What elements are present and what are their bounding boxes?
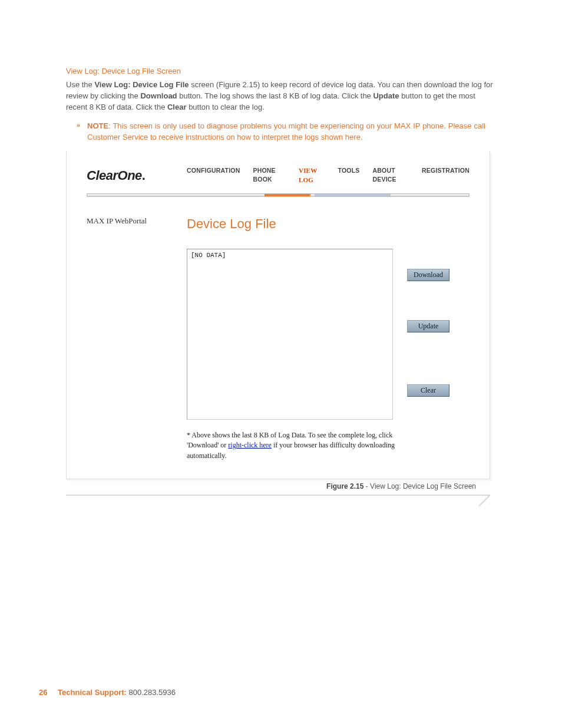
note-marker-icon: »: [77, 121, 80, 130]
figure-footnote: * Above shows the last 8 KB of Log Data.…: [187, 430, 411, 461]
sidebar-label: MAX IP WebPortal: [87, 215, 187, 461]
download-button[interactable]: Download: [407, 269, 449, 281]
caption-bar: Figure 2.15 - View Log: Device Log File …: [66, 480, 490, 496]
log-textarea[interactable]: [187, 249, 393, 420]
caption-rest: - View Log: Device Log File Screen: [363, 482, 476, 490]
brand-logo: ClearOne.: [87, 166, 187, 185]
footer-label: Technical Support:: [58, 688, 128, 697]
menu-tools[interactable]: TOOLS: [338, 166, 360, 185]
menu-phone-book[interactable]: PHONE BOOK: [253, 166, 286, 185]
menu-divider: [87, 193, 470, 197]
intro-b1: View Log: Device Log File: [94, 80, 189, 89]
intro-paragraph: Use the View Log: Device Log File screen…: [66, 80, 496, 113]
logo-main: ClearOne: [87, 168, 142, 183]
figure-wrap: ClearOne. CONFIGURATION PHONE BOOK VIEW …: [66, 151, 496, 496]
menu-view-log[interactable]: VIEW LOG: [299, 166, 325, 185]
note-block: » NOTE: This screen is only used to diag…: [87, 121, 496, 143]
caption-bold: Figure 2.15: [326, 482, 363, 490]
menu-about-device[interactable]: ABOUT DEVICE: [373, 166, 409, 185]
intro-t1: Use the: [66, 80, 94, 89]
section-heading: View Log: Device Log File Screen: [66, 66, 496, 77]
page-title: Device Log File: [187, 215, 490, 233]
figure-body: MAX IP WebPortal Device Log File Downloa…: [67, 197, 490, 479]
intro-b3: Update: [373, 91, 399, 100]
right-click-link[interactable]: right-click here: [228, 441, 272, 449]
intro-t5: button to clear the log.: [187, 103, 265, 111]
button-column: Download Update Clear: [407, 249, 449, 397]
figure-header: ClearOne. CONFIGURATION PHONE BOOK VIEW …: [67, 151, 490, 190]
top-menu: CONFIGURATION PHONE BOOK VIEW LOG TOOLS …: [187, 166, 470, 185]
page-number: 26: [39, 688, 47, 697]
figure-main: Device Log File Download Update Clear * …: [187, 215, 490, 461]
logo-dot: .: [142, 168, 146, 183]
page-footer: 26 Technical Support: 800.283.5936: [39, 687, 176, 699]
intro-b2: Download: [140, 91, 177, 100]
note-label: NOTE: [87, 121, 108, 130]
menu-configuration[interactable]: CONFIGURATION: [187, 166, 240, 185]
intro-b4: Clear: [167, 103, 187, 111]
figure-box: ClearOne. CONFIGURATION PHONE BOOK VIEW …: [66, 151, 490, 479]
intro-t3: button. The log shows the last 8 KB of l…: [177, 91, 373, 100]
note-text: NOTE: This screen is only used to diagno…: [87, 121, 496, 143]
footer-number: 800.283.5936: [128, 688, 176, 697]
clear-button[interactable]: Clear: [407, 384, 449, 397]
update-button[interactable]: Update: [407, 320, 449, 332]
menu-registration[interactable]: REGISTRATION: [422, 166, 470, 185]
note-body: : This screen is only used to diagnose p…: [87, 121, 485, 141]
figure-caption: Figure 2.15 - View Log: Device Log File …: [326, 482, 476, 492]
